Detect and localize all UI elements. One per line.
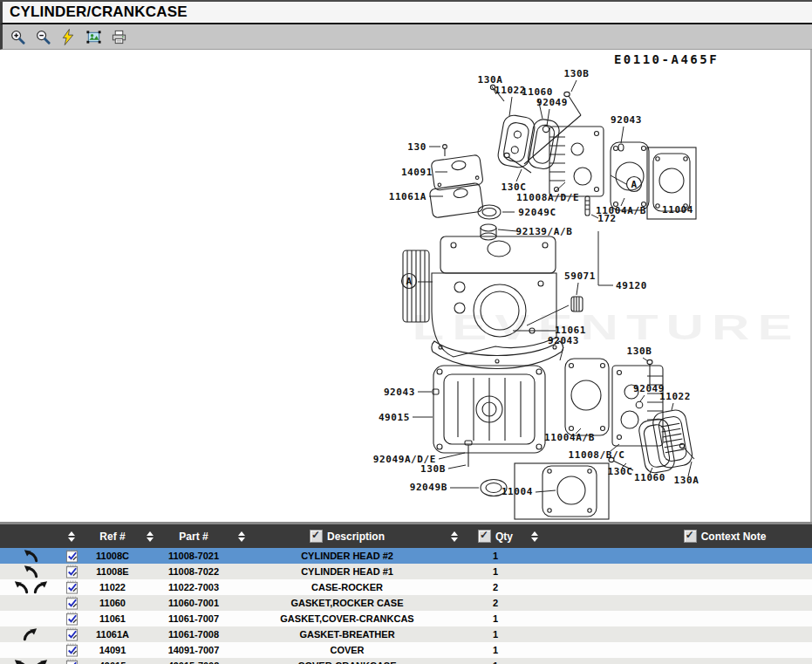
part-number-label[interactable]: 59071 (564, 270, 596, 282)
spacer-cell (143, 579, 157, 595)
header-context-note[interactable]: Context Note (546, 524, 812, 548)
notes-doc-icon[interactable] (65, 596, 78, 610)
part-number-label[interactable]: 92043 (384, 387, 415, 398)
notes-doc-icon[interactable] (65, 549, 78, 563)
part-number-label[interactable]: 92049B (410, 482, 447, 493)
part-number-label[interactable]: 130C (608, 466, 633, 477)
part-number-label[interactable]: 130B (564, 68, 590, 79)
spacer-cell (143, 595, 157, 611)
part-number-label[interactable]: 11004 (502, 486, 533, 497)
lightning-icon[interactable] (59, 28, 77, 45)
row-icon-cell[interactable] (61, 658, 82, 664)
header-part-sort (230, 524, 253, 548)
table-row[interactable]: 1106011060-7001GASKET,ROCKER CASE2 (0, 595, 812, 611)
table-row[interactable]: 4901549015-7002COVER-CRANKCASE1 (0, 658, 812, 664)
zoom-in-icon[interactable] (9, 28, 26, 45)
header-part[interactable]: Part # (157, 524, 230, 548)
sort-toggle-icon[interactable] (147, 531, 154, 542)
row-icon-cell[interactable] (61, 626, 82, 642)
row-icon-cell[interactable] (61, 548, 82, 564)
arrow-back-icon[interactable] (22, 549, 39, 563)
part-number-label[interactable]: 92049C (518, 207, 556, 218)
part-number-label[interactable]: 172 (597, 213, 617, 224)
arrow-back-icon[interactable] (12, 659, 30, 664)
part-number-label[interactable]: 11004A/B (544, 432, 595, 443)
spacer-cell (441, 595, 467, 611)
view-marker-label[interactable]: A (631, 179, 637, 190)
header-ref-sort (143, 524, 157, 548)
row-icon-cell[interactable] (61, 564, 82, 579)
print-icon[interactable] (110, 28, 127, 45)
context-note-checkbox[interactable] (684, 530, 697, 543)
leader-line (448, 465, 466, 469)
part-cylinder-head-11008ade (549, 127, 604, 196)
part-number-label[interactable]: 130 (407, 141, 426, 153)
part-number-label[interactable]: 11008/B/C (568, 449, 624, 461)
arrow-forward-icon[interactable] (32, 659, 50, 664)
part-number-label[interactable]: 92043 (548, 335, 579, 346)
part-number-label[interactable]: 49120 (616, 280, 647, 291)
notes-doc-icon[interactable] (65, 659, 78, 664)
usage-arrows-cell (0, 564, 61, 579)
arrow-forward-icon[interactable] (22, 627, 39, 641)
sort-toggle-icon[interactable] (531, 531, 538, 542)
part-number-label[interactable]: 11060 (634, 472, 665, 483)
table-row[interactable]: 11008C11008-7021CYLINDER HEAD #21 (0, 548, 812, 564)
header-desc-sort (441, 524, 467, 548)
part-number-label[interactable]: 49015 (379, 412, 410, 423)
sort-toggle-icon[interactable] (238, 531, 245, 542)
part-number-label[interactable]: E0110-A465F (614, 52, 719, 66)
ref-cell: 11008C (82, 548, 143, 564)
header-description[interactable]: Description (253, 524, 441, 548)
notes-doc-icon[interactable] (65, 643, 78, 657)
row-icon-cell[interactable] (61, 642, 82, 658)
arrow-back-icon[interactable] (12, 580, 30, 594)
ref-cell: 11061A (82, 626, 143, 642)
description-cell: COVER-CRANKCASE (253, 658, 441, 664)
part-number-label[interactable]: 11004 (662, 204, 693, 216)
part-cell: 11022-7003 (157, 579, 230, 595)
notes-doc-icon[interactable] (65, 565, 78, 578)
part-number-label[interactable]: 11061A (389, 191, 426, 202)
row-icon-cell[interactable] (61, 579, 82, 595)
header-part-label: Part # (179, 531, 208, 543)
notes-doc-icon[interactable] (65, 612, 78, 626)
part-number-label[interactable]: 130B (627, 346, 652, 357)
description-cell: CYLINDER HEAD #1 (253, 564, 441, 579)
notes-doc-icon[interactable] (65, 627, 78, 641)
spacer-cell (523, 548, 546, 564)
sort-toggle-icon[interactable] (68, 531, 75, 542)
zoom-out-icon[interactable] (34, 28, 51, 45)
part-number-label[interactable]: 92139/A/B (515, 226, 572, 237)
hotspot-image-icon[interactable] (85, 28, 102, 45)
table-row[interactable]: 1102211022-7003CASE-ROCKER2 (0, 579, 812, 595)
qty-checkbox[interactable] (478, 530, 491, 543)
part-number-label[interactable]: 11008A/D/E (516, 192, 579, 203)
row-icon-cell[interactable] (61, 611, 82, 626)
arrow-forward-icon[interactable] (32, 580, 50, 594)
view-marker-label[interactable]: A (406, 276, 412, 287)
part-number-label[interactable]: 130A (674, 475, 699, 486)
spacer-cell (143, 642, 157, 658)
table-row[interactable]: 1409114091-7007COVER1 (0, 642, 812, 658)
arrow-back-icon[interactable] (22, 565, 39, 578)
table-row[interactable]: 11008E11008-7022CYLINDER HEAD #11 (0, 564, 812, 579)
table-row[interactable]: 11061A11061-7008GASKET-BREATHER1 (0, 626, 812, 642)
part-number-label[interactable]: 130B (420, 463, 446, 475)
sort-toggle-icon[interactable] (451, 531, 458, 542)
header-ref[interactable]: Ref # (82, 524, 143, 548)
part-number-label[interactable]: 11022 (659, 391, 691, 402)
header-qty[interactable]: Qty (467, 524, 523, 548)
description-checkbox[interactable] (310, 530, 323, 543)
leader-line (509, 97, 512, 116)
part-number-label[interactable]: 92049 (536, 97, 568, 108)
spacer-cell (523, 579, 546, 595)
context-note-cell (546, 658, 812, 664)
part-number-label[interactable]: 92043 (611, 114, 642, 126)
spacer-cell (523, 642, 546, 658)
notes-doc-icon[interactable] (65, 580, 78, 594)
leader-line (621, 127, 624, 143)
table-row[interactable]: 1106111061-7007GASKET,COVER-CRANKCAS1 (0, 611, 812, 626)
part-number-label[interactable]: 14091 (401, 167, 433, 178)
row-icon-cell[interactable] (61, 595, 82, 611)
